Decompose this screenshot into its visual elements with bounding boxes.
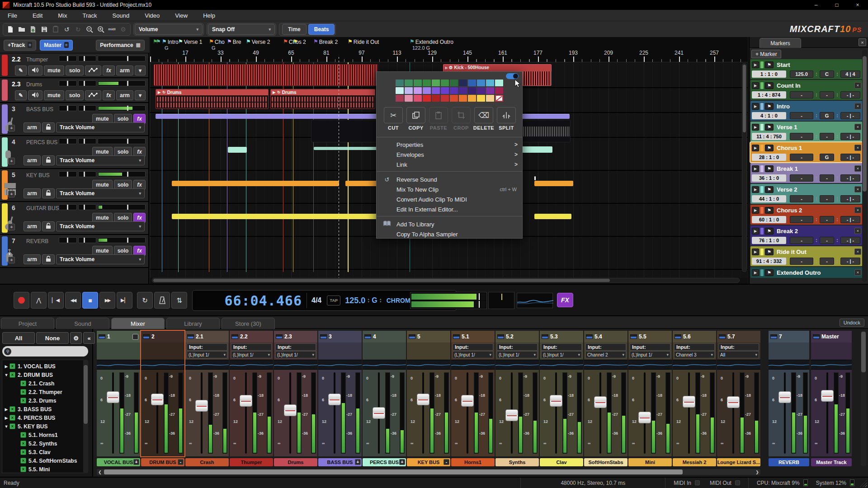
checkbox-icon[interactable]: ×	[20, 441, 26, 446]
marker-color-chip[interactable]	[760, 249, 764, 255]
marker-time-field[interactable]: 11 : 4 : 750	[752, 133, 786, 140]
marker-time-field[interactable]: 76 : 1 : 0	[752, 237, 786, 244]
eq-display[interactable]	[540, 360, 583, 370]
channel-strip-2.1[interactable]: 2.1Input:(L)Input 1/▾0612∞-9-18-27-36	[185, 331, 229, 456]
marker-tempo-field[interactable]: -	[790, 154, 813, 161]
channel-name-label[interactable]: Clav	[540, 458, 583, 466]
punch-io-button[interactable]: ⇅	[171, 292, 187, 309]
master-fx-button[interactable]: FX	[557, 293, 573, 307]
fader-handle[interactable]	[821, 390, 834, 402]
expand-icon[interactable]: ▶	[752, 145, 759, 151]
fx-button[interactable]: fx	[103, 66, 115, 75]
volume-meter[interactable]	[98, 138, 146, 144]
expand-icon[interactable]: ▶	[752, 228, 759, 235]
delete-marker-icon[interactable]: ×	[854, 145, 861, 151]
marker-row[interactable]: ▶⚑Verse 1×11 : 4 : 750-▴▾-▴▾- | -	[750, 122, 863, 141]
trim-slider[interactable]	[78, 171, 96, 177]
key-spinner[interactable]: ▴▾	[835, 154, 840, 161]
arm-button[interactable]: arm	[24, 254, 41, 264]
checkbox-icon[interactable]: ×	[20, 398, 26, 404]
color-swatch[interactable]	[405, 87, 413, 94]
color-swatch[interactable]	[477, 95, 485, 102]
eq-display[interactable]	[495, 360, 539, 370]
channel-name-label[interactable]: REVERB	[769, 458, 809, 466]
channel-strip-5.6[interactable]: 5.6Input:Channel 3▾0612∞-9-18-27-36	[673, 331, 716, 456]
split-button[interactable]: SPLIT	[496, 107, 517, 131]
fader-handle[interactable]	[683, 396, 695, 408]
menu-help[interactable]: Help	[195, 10, 223, 21]
input-select[interactable]: (L)Input 1/▾	[541, 351, 582, 358]
down-arrow-icon[interactable]: ▼	[3, 373, 9, 377]
add-lane-button[interactable]: +	[8, 257, 15, 263]
marker-signature-field[interactable]: - | -	[840, 216, 860, 223]
marker-signature-field[interactable]: - | -	[840, 174, 860, 182]
channel-header[interactable]: 5.3	[540, 331, 583, 343]
tree-item[interactable]: ×2.1. Crash	[2, 379, 84, 388]
color-swatch[interactable]	[423, 80, 431, 86]
color-swatch[interactable]	[396, 80, 404, 86]
fader-handle[interactable]	[373, 407, 385, 419]
color-swatch[interactable]	[459, 80, 467, 86]
timeline-marker-flag[interactable]: ⚑Verse 2	[246, 39, 270, 45]
tempo-spinner[interactable]: ▴▾	[814, 195, 819, 202]
input-select[interactable]: (L)Input 1/▾	[275, 351, 316, 358]
eq-display[interactable]	[407, 360, 450, 370]
color-swatch[interactable]	[405, 95, 413, 102]
tempo-spinner[interactable]: ▴▾	[814, 70, 819, 78]
scrollbar-thumb[interactable]	[84, 365, 88, 424]
pan-slider[interactable]	[59, 138, 77, 144]
collapse-panel-icon[interactable]: «	[83, 332, 95, 344]
marker-key-field[interactable]: -	[820, 195, 834, 202]
expand-icon[interactable]: ▶	[752, 186, 759, 193]
expand-icon[interactable]: ▶	[752, 103, 759, 110]
fader-handle[interactable]	[417, 394, 429, 405]
timeline-marker-flag[interactable]: ⚑IntroG	[162, 39, 179, 45]
color-swatch[interactable]	[477, 80, 485, 86]
checkbox-icon[interactable]: ×	[20, 380, 26, 386]
expand-icon[interactable]: ▶	[752, 249, 759, 255]
tree-item[interactable]: ×5.5. Mini	[2, 465, 84, 473]
channel-name-label[interactable]: Horns1	[451, 458, 495, 466]
menu-pin-toggle[interactable]	[506, 73, 519, 79]
channel-strip-5.7[interactable]: 5.7Input:All▾0612∞-9-18-27-36	[717, 331, 760, 456]
fader-handle[interactable]	[550, 395, 562, 407]
color-swatch[interactable]	[396, 87, 404, 94]
pan-slider[interactable]	[59, 204, 77, 210]
checkbox-icon[interactable]: ×	[20, 389, 26, 395]
channel-strip-5[interactable]: 50612∞-9-18-27-36	[407, 331, 450, 456]
menu-item-copy-to-alpha-sampler[interactable]: Copy To Alpha Sampler	[377, 229, 522, 239]
channel-name-label[interactable]: DRUM BUS-	[141, 458, 184, 466]
key-spinner[interactable]: ▴▾	[835, 133, 840, 140]
automation-param-select[interactable]: Track Volume▾	[56, 188, 145, 198]
tree-item[interactable]: ×2.2. Thumper	[2, 388, 84, 396]
color-swatch[interactable]	[441, 80, 449, 86]
marker-row[interactable]: ▶⚑Extended Outro×	[750, 267, 863, 278]
marker-row[interactable]: ▶⚑Ride it Out×91 : 4 : 332-▴▾-▴▾- | -	[750, 246, 863, 266]
menu-item-add-to-library[interactable]: Add To Library	[377, 219, 522, 229]
expand-icon[interactable]: ▶	[752, 124, 759, 131]
marker-tempo-field[interactable]: -	[790, 216, 813, 223]
import-icon[interactable]	[27, 24, 38, 35]
tab-project[interactable]: Project	[1, 318, 54, 329]
marker-key-field[interactable]: G	[820, 154, 834, 161]
channel-strip-1[interactable]: 10612∞-9-18-27-36	[97, 331, 140, 456]
no-color-swatch[interactable]	[495, 95, 503, 102]
timeline-marker-flag[interactable]: ⚑ChoG	[209, 39, 225, 45]
channel-strip-5.4[interactable]: 5.4Input:Channel 2▾0612∞-9-18-27-36	[584, 331, 627, 456]
tree-item[interactable]: ▼×5. KEY BUS	[2, 422, 84, 431]
eq-display[interactable]	[230, 360, 273, 370]
tempo-spinner[interactable]: ▴▾	[814, 174, 819, 182]
eq-display[interactable]	[811, 360, 852, 370]
tempo-spinner[interactable]: ▴▾	[814, 237, 819, 244]
marker-signature-field[interactable]: - | -	[840, 154, 860, 161]
lock-button[interactable]	[42, 188, 55, 198]
marker-tempo-field[interactable]: -	[790, 195, 813, 202]
volume-meter[interactable]	[98, 105, 146, 111]
channel-name-label[interactable]: Drums	[274, 458, 317, 466]
collapse-badge[interactable]: -	[178, 459, 184, 465]
eq-display[interactable]	[673, 360, 716, 370]
scrollbar-thumb[interactable]	[861, 332, 866, 372]
loop-button[interactable]: ↻	[137, 292, 153, 309]
marker-signature-field[interactable]: - | -	[840, 237, 860, 244]
eq-display[interactable]	[141, 360, 184, 370]
